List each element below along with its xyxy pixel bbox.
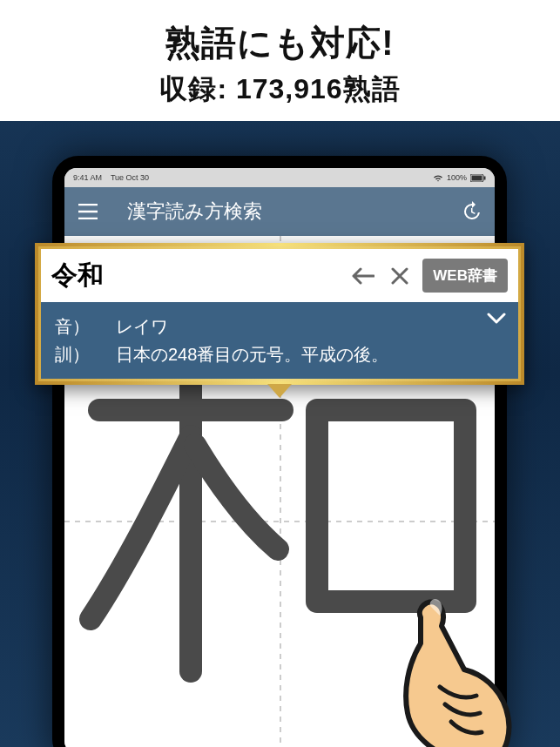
wifi-icon <box>433 174 443 182</box>
history-icon <box>461 201 482 222</box>
kun-reading-label: 訓） <box>55 340 116 368</box>
result-callout: 令和 WEB辞書 音） レイワ 訓） 日本の248番目の元号。平成の後。 <box>35 243 524 399</box>
on-reading-value: レイワ <box>116 313 504 340</box>
back-button[interactable] <box>349 262 377 290</box>
chevron-down-icon <box>487 313 506 325</box>
menu-button[interactable] <box>77 200 99 223</box>
expand-button[interactable] <box>487 313 506 328</box>
app-header: 漢字読み方検索 <box>64 187 495 236</box>
menu-icon <box>78 204 98 219</box>
web-dictionary-button[interactable]: WEB辞書 <box>422 259 508 293</box>
svg-rect-1 <box>472 175 482 180</box>
promo-subtitle: 収録: 173,916熟語 <box>0 71 560 109</box>
pointing-finger-icon <box>368 591 525 747</box>
clear-button[interactable] <box>386 262 414 290</box>
battery-icon <box>470 174 486 182</box>
close-icon <box>391 267 408 285</box>
search-query[interactable]: 令和 <box>51 258 341 293</box>
status-date: Tue Oct 30 <box>111 173 149 182</box>
callout-pointer <box>267 384 292 398</box>
status-time: 9:41 AM <box>73 173 102 182</box>
reading-result-panel[interactable]: 音） レイワ 訓） 日本の248番目の元号。平成の後。 <box>41 302 518 379</box>
on-reading-label: 音） <box>55 313 116 340</box>
history-button[interactable] <box>460 200 482 223</box>
status-bar: 9:41 AM Tue Oct 30 100% <box>64 168 495 187</box>
promo-header: 熟語にも対応! 収録: 173,916熟語 <box>0 0 560 121</box>
svg-rect-2 <box>484 176 486 179</box>
search-row: 令和 WEB辞書 <box>41 249 518 302</box>
promo-title: 熟語にも対応! <box>0 19 560 67</box>
kun-reading-value: 日本の248番目の元号。平成の後。 <box>116 340 504 368</box>
app-title: 漢字読み方検索 <box>111 199 448 225</box>
status-battery: 100% <box>447 173 467 182</box>
arrow-left-icon <box>352 267 374 285</box>
